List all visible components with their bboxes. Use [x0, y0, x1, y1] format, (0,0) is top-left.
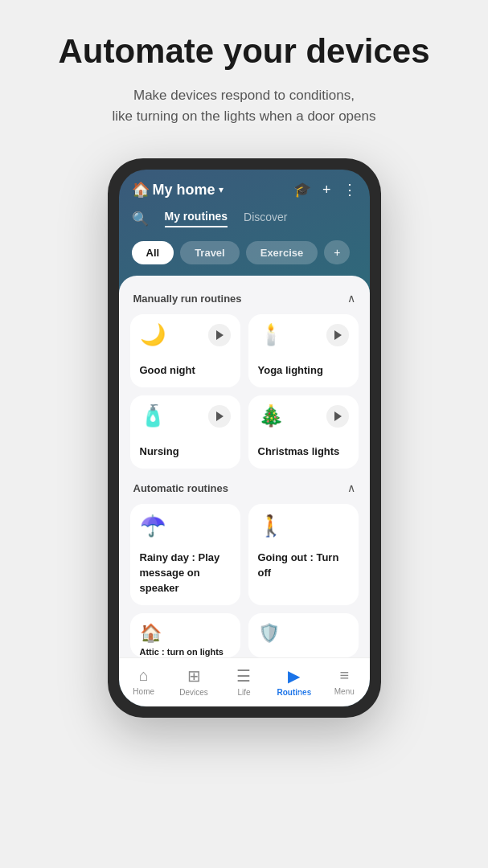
- manual-section-title: Manually run routines: [133, 293, 242, 305]
- home-nav-label: Home: [133, 687, 154, 696]
- rainy-day-emoji: ☂️: [140, 514, 231, 538]
- home-name: My home: [153, 182, 215, 199]
- manual-routines-grid: 🌙 Good night 🕯️ Yoga li: [130, 314, 359, 469]
- nursing-emoji: 🧴: [140, 405, 166, 426]
- routine-card-going-out[interactable]: 🚶 Going out : Turn off: [248, 504, 359, 605]
- play-button-christmas[interactable]: [326, 405, 349, 428]
- auto-collapse-icon[interactable]: ∧: [347, 481, 355, 494]
- home-icon-wrap[interactable]: 🏠 My home ▾: [132, 181, 223, 199]
- top-bar: 🏠 My home ▾ 🎓 + ⋮: [119, 170, 370, 205]
- tab-row: 🔍 My routines Discover: [119, 205, 370, 235]
- partial-cards-row: 🏠 Attic : turn on lights 🛡️: [130, 613, 359, 657]
- devices-nav-label: Devices: [179, 688, 208, 697]
- hero-subtitle: Make devices respond to conditions,like …: [24, 85, 464, 126]
- attic-emoji: 🏠: [140, 623, 162, 643]
- auto-section-title: Automatic routines: [133, 482, 228, 494]
- nav-menu[interactable]: ≡ Menu: [325, 666, 363, 696]
- phone-mockup: 🏠 My home ▾ 🎓 + ⋮ 🔍 My routines Discover…: [108, 158, 381, 717]
- routines-area: Manually run routines ∧ 🌙 Good night: [119, 276, 370, 657]
- manual-section-header: Manually run routines ∧: [130, 287, 359, 314]
- add-icon[interactable]: +: [322, 182, 331, 199]
- phone-screen: 🏠 My home ▾ 🎓 + ⋮ 🔍 My routines Discover…: [119, 170, 370, 706]
- life-nav-icon: ☰: [236, 666, 251, 686]
- home-nav-icon: ⌂: [139, 666, 149, 685]
- menu-nav-label: Menu: [334, 687, 355, 696]
- graduate-icon[interactable]: 🎓: [293, 181, 311, 199]
- yoga-lighting-emoji: 🕯️: [258, 324, 284, 345]
- routines-nav-icon: ▶: [288, 666, 300, 686]
- card-top: 🕯️: [258, 324, 349, 346]
- christmas-emoji: 🎄: [258, 405, 284, 426]
- play-button-yoga[interactable]: [326, 324, 349, 346]
- christmas-lights-label: Christmas lights: [258, 445, 340, 457]
- play-triangle-icon: [334, 411, 342, 421]
- routine-card-attic[interactable]: 🏠 Attic : turn on lights: [130, 613, 240, 657]
- top-bar-left: 🏠 My home ▾: [132, 181, 223, 199]
- play-button-nursing[interactable]: [208, 405, 231, 428]
- more-options-icon[interactable]: ⋮: [342, 181, 357, 199]
- nav-life[interactable]: ☰ Life: [224, 666, 263, 697]
- top-bar-right: 🎓 + ⋮: [293, 181, 357, 199]
- play-triangle-icon: [216, 330, 223, 340]
- play-button-good-night[interactable]: [208, 324, 231, 346]
- filter-all[interactable]: All: [132, 241, 174, 264]
- routine-card-security[interactable]: 🛡️: [248, 613, 359, 657]
- manual-collapse-icon[interactable]: ∧: [347, 292, 355, 305]
- devices-nav-icon: ⊞: [187, 666, 201, 686]
- smartthings-icon: 🏠: [132, 181, 150, 199]
- routine-card-nursing[interactable]: 🧴 Nursing: [130, 395, 240, 469]
- card-top: 🎄: [258, 405, 349, 428]
- auto-section-header: Automatic routines ∧: [130, 477, 359, 504]
- auto-routines-grid: ☂️ Rainy day : Play message on speaker 🚶…: [130, 504, 359, 605]
- good-night-label: Good night: [140, 364, 195, 376]
- filter-add-button[interactable]: +: [324, 240, 350, 264]
- bottom-nav: ⌂ Home ⊞ Devices ☰ Life ▶ Routines ≡ Men…: [119, 657, 370, 706]
- rainy-day-label: Rainy day : Play message on speaker: [140, 551, 220, 594]
- filter-exercise[interactable]: Exercise: [246, 241, 318, 264]
- routines-nav-label: Routines: [277, 688, 311, 697]
- hero-title: Automate your devices: [24, 32, 464, 71]
- card-top: 🧴: [140, 405, 231, 428]
- filter-row: All Travel Exercise +: [119, 235, 370, 276]
- nav-devices[interactable]: ⊞ Devices: [174, 666, 213, 697]
- yoga-lighting-label: Yoga lighting: [258, 364, 323, 376]
- attic-label: Attic : turn on lights: [140, 647, 231, 657]
- nav-home[interactable]: ⌂ Home: [125, 666, 163, 696]
- play-triangle-icon: [216, 411, 223, 421]
- going-out-emoji: 🚶: [258, 514, 349, 538]
- hero-section: Automate your devices Make devices respo…: [0, 0, 488, 142]
- menu-nav-icon: ≡: [339, 666, 349, 685]
- good-night-emoji: 🌙: [140, 324, 166, 345]
- routine-card-christmas-lights[interactable]: 🎄 Christmas lights: [248, 395, 359, 469]
- chevron-down-icon: ▾: [219, 184, 223, 195]
- card-top: 🌙: [140, 324, 231, 346]
- filter-travel[interactable]: Travel: [180, 241, 240, 264]
- routine-card-good-night[interactable]: 🌙 Good night: [130, 314, 240, 387]
- search-icon[interactable]: 🔍: [132, 211, 149, 227]
- life-nav-label: Life: [237, 688, 250, 697]
- routine-card-yoga-lighting[interactable]: 🕯️ Yoga lighting: [248, 314, 359, 387]
- nursing-label: Nursing: [140, 445, 179, 457]
- tab-my-routines[interactable]: My routines: [165, 210, 228, 227]
- security-emoji: 🛡️: [258, 623, 280, 643]
- play-triangle-icon: [334, 330, 342, 340]
- routine-card-rainy-day[interactable]: ☂️ Rainy day : Play message on speaker: [130, 504, 240, 605]
- tab-discover[interactable]: Discover: [244, 211, 287, 227]
- going-out-label: Going out : Turn off: [258, 551, 339, 579]
- nav-routines[interactable]: ▶ Routines: [275, 666, 314, 697]
